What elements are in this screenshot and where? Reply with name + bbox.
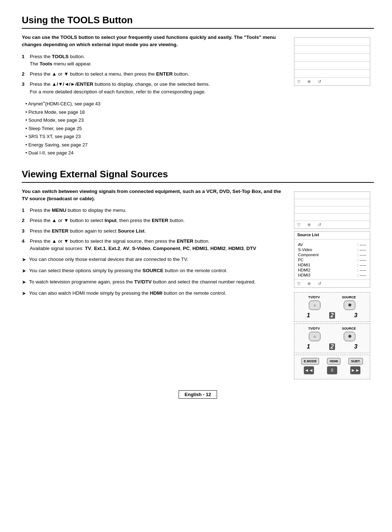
source-row-hdmi1: HDMI1 : ----- [298, 263, 366, 267]
step2-3-num: 3 [22, 227, 27, 235]
note3-arrow: ➤ [22, 278, 27, 286]
source-row-pc: PC : ----- [298, 258, 366, 262]
bullet-dual: Dual I-II, see page 24 [25, 149, 287, 157]
note3-text: To watch television programme again, pre… [29, 278, 256, 286]
tools-icon1: ▽ [297, 79, 300, 84]
step1-3: 3 Press the ▲/▼/◄/►/ENTER buttons to dis… [22, 81, 287, 96]
source-value-hdmi3: : ----- [358, 273, 366, 277]
step1-1-content: Press the TOOLS button. The Tools menu w… [30, 53, 287, 68]
source-button[interactable]: ⊕ [344, 301, 355, 310]
step2-3-content: Press the ENTER button again to select S… [30, 227, 287, 235]
hdmi-button[interactable]: HDMI [327, 358, 340, 364]
source-list-title-bar: Source List [294, 231, 370, 239]
step2-2: 2 Press the ▲ or ▼ button to select Inpu… [22, 217, 287, 224]
note4-arrow: ➤ [22, 290, 27, 297]
remote-num-3b: 3 [354, 343, 358, 350]
remote-panel-3: E.MODE HDMI SUBT. ◄◄ II ►► [294, 355, 370, 379]
menu-top-line2 [294, 199, 370, 206]
tvdtv-icon-2: ○ [314, 334, 316, 339]
section2-title: Viewing External Signal Sources [22, 169, 374, 180]
step1-1-num: 1 [22, 53, 27, 68]
section2-steps: 1 Press the MENU button to display the m… [22, 207, 287, 252]
source-label: SOURCE [342, 295, 356, 299]
tools-icon3: ↺ [318, 79, 321, 84]
step1-3-content: Press the ▲/▼/◄/►/ENTER buttons to displ… [30, 81, 287, 96]
source-list-icons: ▽ ⊕ ↺ [294, 279, 370, 287]
source-label-pc: PC [298, 258, 303, 262]
source-value-component: : ----- [358, 253, 366, 257]
footer-text: English - 12 [179, 390, 217, 399]
tvdtv-label-2: TV/DTV [308, 327, 320, 330]
step2-3: 3 Press the ENTER button again to select… [22, 227, 287, 235]
source-row-component: Component : ----- [298, 253, 366, 257]
source-label-hdmi2: HDMI2 [298, 268, 310, 272]
tools-menu-line3 [294, 54, 370, 62]
step2-4-num: 4 [22, 238, 27, 253]
remote-btn-row-2: ○ ⊕ [297, 332, 367, 341]
source-label-hdmi3: HDMI3 [298, 273, 310, 277]
section1-divider [22, 28, 374, 29]
source-label-2: SOURCE [342, 327, 356, 330]
tvdtv-button-2[interactable]: ○ [309, 332, 320, 341]
menu-top-icons: ▽ ⊕ ↺ [294, 221, 370, 229]
tools-menu-line4 [294, 62, 370, 70]
note3: ➤ To watch television programme again, p… [22, 278, 287, 286]
menu-box-top: ▽ ⊕ ↺ [294, 192, 370, 229]
tools-icon2: ⊕ [307, 79, 311, 84]
note4: ➤ You can also watch HDMI mode simply by… [22, 290, 287, 297]
remote-label-row-2: TV/DTV SOURCE [297, 327, 367, 330]
source-label-component: Component [298, 253, 319, 257]
source-icon1: ▽ [297, 281, 300, 286]
step2-1: 1 Press the MENU button to display the m… [22, 207, 287, 214]
subt-button[interactable]: SUBT. [348, 358, 363, 364]
step2-1-num: 1 [22, 207, 27, 214]
section2-right: ▽ ⊕ ↺ Source List AV : ----- S-Video : -… [294, 188, 374, 379]
rewind-button[interactable]: ◄◄ [304, 366, 314, 374]
menu-top-icon2: ⊕ [307, 222, 311, 227]
step2-4-content: Press the ▲ or ▼ button to select the si… [30, 238, 287, 253]
playback-row: ◄◄ II ►► [297, 366, 367, 374]
emode-button[interactable]: E.MODE [301, 358, 319, 364]
source-row-hdmi2: HDMI2 : ----- [298, 268, 366, 272]
step1-2-num: 2 [22, 70, 27, 78]
note2: ➤ You can select these options simply by… [22, 267, 287, 275]
bullet-picture: Picture Mode, see page 18 [25, 109, 287, 116]
section1-bullets: Anynet+(HDMI-CEC), see page 43 Picture M… [25, 99, 287, 157]
remote-panel-1: TV/DTV SOURCE ○ ⊕ 1 2 3 [294, 292, 370, 322]
section2-content: You can switch between viewing signals f… [22, 188, 374, 379]
remote-num-1b: 1 [307, 343, 310, 350]
pause-button[interactable]: II [327, 366, 337, 374]
section1-intro: You can use the TOOLS button to select y… [22, 34, 287, 49]
tools-menu-line5 [294, 70, 370, 78]
note1-text: You can choose only those external devic… [29, 256, 188, 263]
source-label-svideo: S-Video [298, 247, 312, 252]
bullet-sound: Sound Mode, see page 23 [25, 117, 287, 124]
source-value-pc: : ----- [358, 258, 366, 262]
menu-top-icon1: ▽ [297, 222, 300, 227]
tools-menu-box: ▽ ⊕ ↺ [294, 37, 370, 86]
step2-4: 4 Press the ▲ or ▼ button to select the … [22, 238, 287, 253]
remote-btn-row-1: ○ ⊕ [297, 301, 367, 310]
emode-row: E.MODE HDMI SUBT. [297, 358, 367, 364]
step2-2-content: Press the ▲ or ▼ button to select Input,… [30, 217, 287, 224]
remote-num-1: 1 [307, 312, 310, 319]
source-button-2[interactable]: ⊕ [344, 332, 355, 341]
ff-button[interactable]: ►► [350, 366, 360, 374]
section2-divider [22, 182, 374, 183]
remote-num-2: 2 [329, 312, 335, 319]
menu-top-line1 [294, 192, 370, 199]
source-icon3: ↺ [318, 281, 321, 286]
bullet-energy: Energy Saving, see page 27 [25, 141, 287, 149]
step1-2: 2 Press the ▲ or ▼ button to select a me… [22, 70, 287, 78]
remote-label-row-1: TV/DTV SOURCE [297, 295, 367, 299]
source-icon: ⊕ [348, 303, 351, 307]
source-list-box: Source List AV : ----- S-Video : ----- C… [294, 231, 370, 288]
remote-num-3: 3 [354, 312, 358, 319]
tools-menu-icons: ▽ ⊕ ↺ [294, 78, 370, 85]
tvdtv-button[interactable]: ○ [309, 301, 320, 310]
remote-num-2b: 2 [329, 343, 335, 350]
step2-2-num: 2 [22, 217, 27, 224]
bullet-anynet: Anynet+(HDMI-CEC), see page 43 [25, 99, 287, 108]
section1-right: ▽ ⊕ ↺ [294, 34, 374, 158]
note1-arrow: ➤ [22, 256, 27, 263]
